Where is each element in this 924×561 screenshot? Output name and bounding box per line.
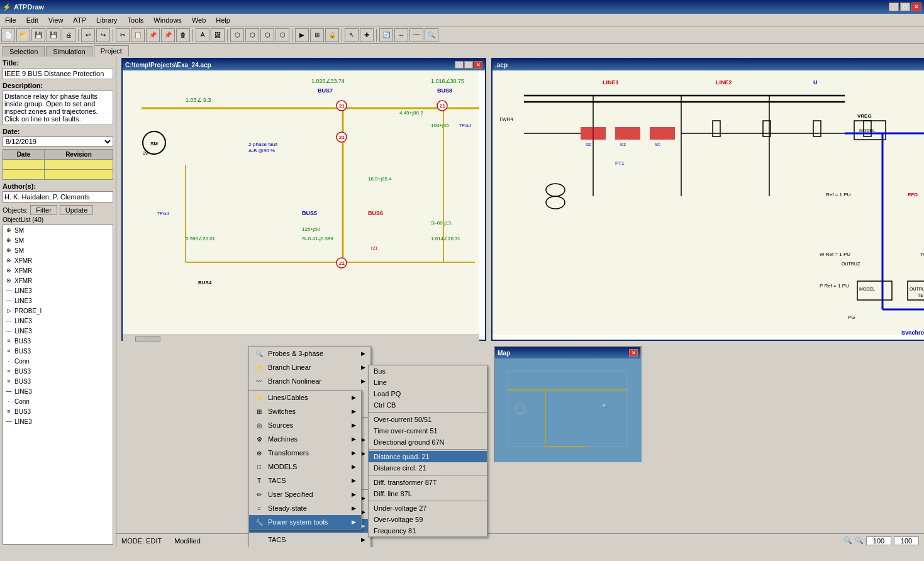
pointer-btn[interactable]: ↖ <box>345 28 359 42</box>
scroll-thumb-h[interactable] <box>135 336 160 342</box>
list-item[interactable]: ≡BUS3 <box>3 346 113 356</box>
map-canvas[interactable]: 🔍 <box>495 358 642 462</box>
save-all-button[interactable]: 💾 <box>47 28 60 42</box>
menu-web[interactable]: Web <box>187 15 211 25</box>
list-item[interactable]: ⊕SM <box>3 235 113 245</box>
list-item[interactable]: ·Conn <box>3 356 113 366</box>
menu-view[interactable]: View <box>43 15 69 25</box>
ctx-switches[interactable]: ⊞ Switches ▶ <box>249 404 361 418</box>
image-button[interactable]: 🖼 <box>211 28 225 42</box>
update-button[interactable]: Update <box>60 205 93 215</box>
paste2-button[interactable]: 📌 <box>161 28 175 42</box>
paste-button[interactable]: 📌 <box>146 28 160 42</box>
revision-cell[interactable] <box>44 160 113 170</box>
list-item[interactable]: —LINE3 <box>3 296 113 306</box>
authors-input[interactable] <box>3 191 113 203</box>
date-cell2[interactable] <box>3 170 45 180</box>
ctx-steady-state[interactable]: ≈ Steady-state ▶ <box>249 501 361 515</box>
ctx-lines-cables[interactable]: ⚡ Lines/Cables ▶ <box>249 391 361 404</box>
map-close[interactable]: ✕ <box>629 349 638 357</box>
tb7[interactable]: ⬡ <box>260 28 274 42</box>
delete-button[interactable]: 🗑 <box>176 28 190 42</box>
zoom-input-2[interactable] <box>894 536 919 545</box>
tab-project[interactable]: Project <box>94 45 129 57</box>
wire-btn[interactable]: 〰 <box>409 28 423 42</box>
relay-freq[interactable]: Frequency 81 <box>369 525 487 536</box>
revision-cell2[interactable] <box>44 170 113 180</box>
menu-help[interactable]: Help <box>211 15 235 25</box>
mdi-canvas-right[interactable]: LINE1 LINE2 U TWR4 <box>493 70 924 335</box>
relay-overvolt[interactable]: Over-voltage 59 <box>369 514 487 525</box>
zoom-input-1[interactable] <box>866 536 891 545</box>
list-item[interactable]: ≡BUS3 <box>3 366 113 376</box>
tab-simulation[interactable]: Simulation <box>46 46 92 57</box>
ctx-user-specified[interactable]: ✏ User Specified ▶ <box>249 487 361 501</box>
tb5[interactable]: ⬡ <box>230 28 244 42</box>
rotate-btn[interactable]: 🔄 <box>379 28 393 42</box>
redo-button[interactable]: ↪ <box>96 28 110 42</box>
relay-diff-xfmr[interactable]: Diff. transformer 87T <box>369 477 487 488</box>
tb8[interactable]: ⬡ <box>276 28 289 42</box>
ctx-models[interactable]: □ MODELS ▶ <box>249 460 361 474</box>
ctx-tacs[interactable]: TACS ▶ <box>249 533 370 547</box>
relay-time-overcurrent[interactable]: Time over-current 51 <box>369 425 487 436</box>
ctx-power-system-tools[interactable]: 🔧 Power system tools ▶ <box>249 515 361 529</box>
cross-btn[interactable]: ✚ <box>360 28 374 42</box>
mdi-canvas-main[interactable]: 1.026∠33.74 1.016∠30.75 1.033∠ 32. 1.03∠… <box>123 70 479 335</box>
ctx-tacs-sub[interactable]: T TACS ▶ <box>249 474 361 487</box>
relay-line[interactable]: Line <box>369 377 487 388</box>
list-item[interactable]: —LINE3 <box>3 326 113 336</box>
tb6[interactable]: ⬡ <box>245 28 259 42</box>
ctx-branch-linear[interactable]: ⚡ Branch Linear ▶ <box>249 360 370 374</box>
tab-selection[interactable]: Selection <box>3 46 45 57</box>
run-grid[interactable]: ⊞ <box>310 28 324 42</box>
objects-list[interactable]: ⊕SM ⊕SM ⊕SM ⊗XFMR ⊗XFMR ⊗XFMR —LINE3 —LI… <box>3 225 113 545</box>
list-item[interactable]: —LINE3 <box>3 416 113 426</box>
list-item[interactable]: ⊗XFMR <box>3 265 113 275</box>
filter-button[interactable]: Filter <box>30 205 57 215</box>
list-item[interactable]: ⊗XFMR <box>3 275 113 286</box>
ctx-probes[interactable]: 🔍 Probes & 3-phase ▶ <box>249 347 370 360</box>
list-item[interactable]: ≡BUS3 <box>3 336 113 346</box>
menu-windows[interactable]: Windows <box>148 15 187 25</box>
relay-dist-quad[interactable]: Distance quad. 21 <box>369 451 487 462</box>
minimize-button[interactable]: _ <box>889 3 899 11</box>
date-cell[interactable] <box>3 160 45 170</box>
list-item[interactable]: ·Conn <box>3 396 113 406</box>
relay-overcurrent[interactable]: Over-current 50/51 <box>369 414 487 425</box>
open-button[interactable]: 📂 <box>16 28 30 42</box>
save-button[interactable]: 💾 <box>31 28 45 42</box>
list-item[interactable]: ⊕SM <box>3 225 113 235</box>
menu-library[interactable]: Library <box>91 15 123 25</box>
relay-ctrl-cb[interactable]: Ctrl CB <box>369 399 487 411</box>
zoom-btn[interactable]: 🔍 <box>425 28 438 42</box>
list-item[interactable]: ▷PROBE_I <box>3 306 113 316</box>
new-button[interactable]: 📄 <box>1 28 15 42</box>
relay-bus[interactable]: Bus <box>369 365 487 377</box>
title-input[interactable] <box>3 68 113 79</box>
menu-file[interactable]: File <box>0 15 21 25</box>
relay-dir-ground[interactable]: Directional ground 67N <box>369 436 487 448</box>
list-item[interactable]: ⊗XFMR <box>3 255 113 265</box>
flip-btn[interactable]: ↔ <box>394 28 408 42</box>
maximize-button[interactable]: □ <box>900 3 910 11</box>
menu-tools[interactable]: Tools <box>123 15 149 25</box>
mdi-close[interactable]: ✕ <box>474 61 482 69</box>
menu-edit[interactable]: Edit <box>21 15 43 25</box>
menu-atp[interactable]: ATP <box>68 15 91 25</box>
mdi-scrollbar-h[interactable] <box>123 335 479 342</box>
relay-diff-line[interactable]: Diff. line 87L <box>369 488 487 499</box>
ctx-machines[interactable]: ⚙ Machines ▶ <box>249 432 361 446</box>
list-item[interactable]: —LINE3 <box>3 316 113 326</box>
ctx-transformers[interactable]: ⊗ Transformers ▶ <box>249 446 361 460</box>
cut-button[interactable]: ✂ <box>116 28 130 42</box>
undo-button[interactable]: ↩ <box>81 28 95 42</box>
relay-load-pq[interactable]: Load PQ <box>369 388 487 399</box>
lock-btn[interactable]: 🔒 <box>325 28 339 42</box>
ctx-branch-nonlinear[interactable]: 〰 Branch Nonlinear ▶ <box>249 374 370 388</box>
date-select[interactable]: 8/12/2019 <box>3 136 113 147</box>
close-button[interactable]: ✕ <box>911 3 921 11</box>
font-button[interactable]: A <box>196 28 209 42</box>
run-atp[interactable]: ▶ <box>295 28 309 42</box>
copy-button[interactable]: 📋 <box>131 28 145 42</box>
